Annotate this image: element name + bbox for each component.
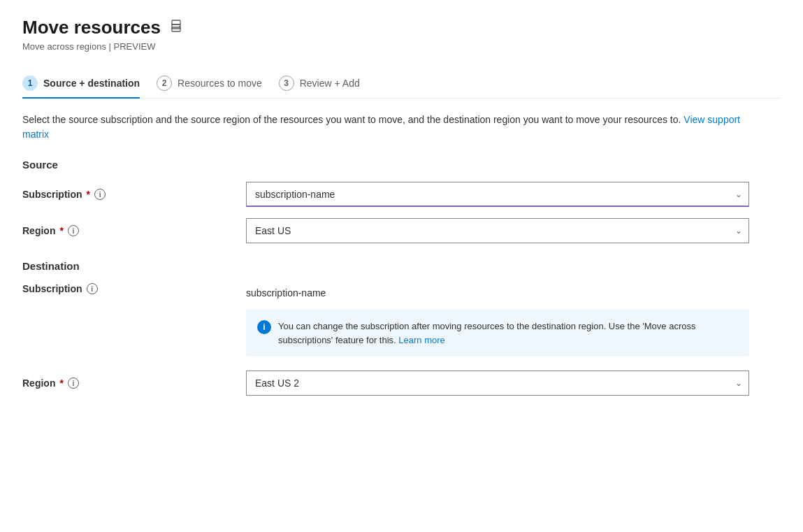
page-title: Move resources — [22, 17, 161, 38]
destination-subscription-value-wrapper: subscription-name i You can change the s… — [246, 283, 749, 368]
step-2-circle: 2 — [157, 76, 172, 91]
steps-nav: 1 Source + destination 2 Resources to mo… — [22, 69, 781, 99]
svg-point-2 — [179, 26, 180, 27]
info-box-text: You can change the subscription after mo… — [278, 319, 738, 347]
print-icon[interactable] — [169, 19, 183, 36]
source-subscription-select-wrapper: subscription-name ⌄ — [246, 182, 749, 207]
svg-rect-1 — [172, 27, 180, 31]
destination-section-title: Destination — [22, 260, 781, 272]
destination-region-info-icon[interactable]: i — [68, 378, 79, 389]
learn-more-link[interactable]: Learn more — [398, 335, 444, 345]
step-1-circle: 1 — [22, 76, 38, 91]
source-subscription-required: * — [87, 189, 90, 200]
description-text: Select the source subscription and the s… — [22, 113, 756, 142]
source-region-row: Region * i East US East US 2 West US Wes… — [22, 218, 781, 243]
source-region-select[interactable]: East US East US 2 West US West US 2 — [246, 218, 749, 243]
step-2-resources-to-move[interactable]: 2 Resources to move — [157, 69, 279, 98]
destination-region-select[interactable]: East US East US 2 West US West US 2 — [246, 371, 749, 396]
destination-region-select-wrapper: East US East US 2 West US West US 2 ⌄ — [246, 371, 749, 396]
page-subtitle: Move across regions | PREVIEW — [22, 41, 781, 52]
destination-subscription-info-icon[interactable]: i — [87, 283, 98, 294]
subscription-info-box: i You can change the subscription after … — [246, 310, 749, 357]
source-region-select-wrapper: East US East US 2 West US West US 2 ⌄ — [246, 218, 749, 243]
step-1-source-destination[interactable]: 1 Source + destination — [22, 69, 157, 98]
step-3-review-add[interactable]: 3 Review + Add — [279, 69, 377, 98]
source-subscription-label: Subscription * i — [22, 189, 246, 200]
source-region-info-icon[interactable]: i — [68, 225, 79, 236]
source-region-label: Region * i — [22, 225, 246, 236]
destination-region-label: Region * i — [22, 378, 246, 389]
destination-region-required: * — [59, 378, 63, 389]
step-1-label: Source + destination — [43, 78, 140, 89]
info-box-icon: i — [257, 320, 271, 334]
destination-subscription-value: subscription-name — [246, 283, 749, 303]
destination-subscription-row: Subscription i subscription-name i You c… — [22, 283, 781, 368]
source-subscription-select[interactable]: subscription-name — [246, 182, 749, 207]
destination-region-row: Region * i East US East US 2 West US Wes… — [22, 371, 781, 396]
source-region-required: * — [59, 225, 63, 236]
source-section: Source Subscription * i subscription-nam… — [22, 159, 781, 243]
destination-region-control: East US East US 2 West US West US 2 ⌄ — [246, 371, 749, 396]
source-region-control: East US East US 2 West US West US 2 ⌄ — [246, 218, 749, 243]
source-section-title: Source — [22, 159, 781, 171]
destination-section: Destination Subscription i subscription-… — [22, 260, 781, 396]
step-2-label: Resources to move — [178, 78, 262, 89]
step-3-label: Review + Add — [300, 78, 360, 89]
step-3-circle: 3 — [279, 76, 294, 91]
source-subscription-info-icon[interactable]: i — [94, 189, 106, 200]
source-subscription-row: Subscription * i subscription-name ⌄ — [22, 182, 781, 207]
destination-subscription-label: Subscription i — [22, 283, 246, 294]
source-subscription-control: subscription-name ⌄ — [246, 182, 749, 207]
page-header: Move resources Move across regions | PRE… — [22, 17, 781, 52]
svg-rect-0 — [172, 20, 180, 24]
